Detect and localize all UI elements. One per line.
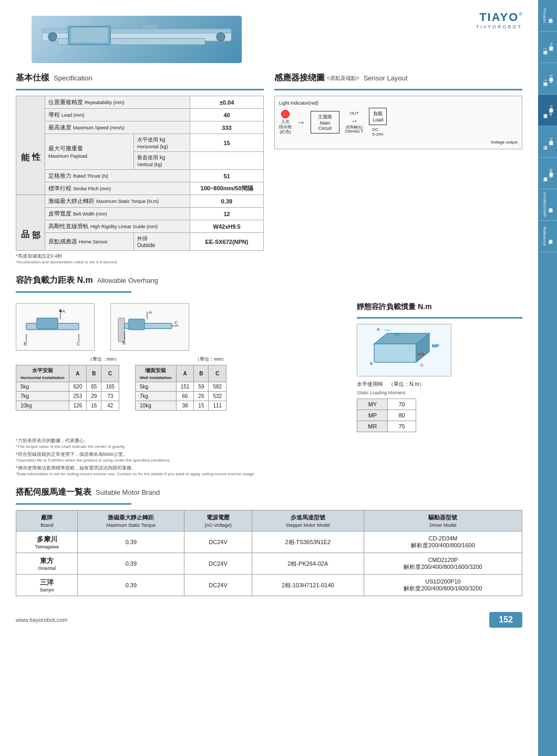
dc-label: DC5-24V <box>373 127 384 137</box>
input-label: 入光指示燈(紅色) <box>279 119 292 135</box>
overhang-tables-row: （單位：mm） 水平安裝Horizontal Installation A B … <box>16 356 346 411</box>
7kg-A-h: 253 <box>69 392 87 401</box>
sensor-diagram: Light indicator(red) 入光指示燈(紅色) → 主迴路Main… <box>274 96 522 149</box>
5kg-C-w: 582 <box>209 382 226 392</box>
load-10kg-w: 10kg <box>136 401 177 411</box>
sidebar-item-tmnp[interactable]: 滾珠螺桿TMNe皮帶滑台 <box>538 95 557 126</box>
10kg-B-w: 15 <box>194 401 209 411</box>
torque-sanyo: 0.39 <box>78 575 184 596</box>
table-row: 皮帶寬度 Belt Width (mm) 12 <box>16 208 264 220</box>
label-linear-guide: 高剛性直線滑軌 High Rigidity Linear Guide (mm) <box>45 220 190 233</box>
th-driver-model: 驅動器型號Driver Model <box>364 510 522 532</box>
th-b: B <box>87 365 101 382</box>
moment-my-value: 70 <box>388 399 416 410</box>
motor-title-zh: 搭配伺服馬達一覧表 <box>16 487 91 498</box>
note-ceiling-en: *Data information is not for ceiling-mou… <box>16 472 522 476</box>
static-moment-header: 靜態容許負載慣量 N.m <box>357 302 522 312</box>
sublabel-vertical: 垂直使用 kgVertical (kg) <box>133 152 190 170</box>
table-row: 高剛性直線滑軌 High Rigidity Linear Guide (mm) … <box>16 220 264 233</box>
footer: www.tiayorobot.com 152 <box>16 612 522 633</box>
sidebar-item-mkr[interactable]: 高速皮帶MKR高速皮帶 <box>538 158 557 189</box>
th-c: C <box>101 365 119 382</box>
category-cell-performance: 性能 <box>16 96 45 195</box>
out-group: OUT → (控制輸出)100mA以下 <box>345 111 364 134</box>
10kg-A-w: 38 <box>176 401 194 411</box>
voltage-oriental: DC24V <box>184 553 252 575</box>
overhang-title-zh: 容許負載力距表 N.m <box>16 275 93 286</box>
logo-registered: ® <box>519 12 522 17</box>
motor-row-sanyo: 三洋Sanyo 0.39 DC24V 2相-103H7121-0140 US1D… <box>16 575 522 596</box>
load-box: 負載Load <box>369 108 387 125</box>
wall-table-group: （單位：mm） 墻面安裝Wall Installation A B C <box>135 356 226 411</box>
moment-table: MY 70 MP 80 MR 75 <box>357 399 416 432</box>
10kg-C-w: 111 <box>209 401 226 411</box>
th-c-w: C <box>209 365 226 382</box>
svg-text:C: C <box>77 341 80 346</box>
unit-label-horizontal: （單位：mm） <box>16 356 119 363</box>
th-a-w: A <box>176 365 194 382</box>
value-static-torque: 0.39 <box>190 195 264 208</box>
sensor-light-label: Light indicator(red) <box>279 100 518 106</box>
svg-text:A: A <box>377 327 380 332</box>
svg-text:MY: MY <box>394 332 401 337</box>
sidebar-item-product[interactable]: 產品簡介Product <box>538 0 557 32</box>
right-sidebar: 產品簡介Product 滾珠螺桿TGH一導螺桿 導螺桿TMH一導螺桿 滾珠螺桿T… <box>538 0 557 756</box>
table-row: 10kg 38 15 111 <box>136 401 226 411</box>
label-speed: 最高速度 Maximum Speed (mm/s) <box>45 121 190 134</box>
logo-sub: TIAYOROBOT <box>476 24 522 29</box>
sensor-diagram-inner: 入光指示燈(紅色) → 主迴路MainCircuit OUT → (控制輸出)1… <box>279 108 518 137</box>
sidebar-item-reference[interactable]: 參考資料Reference <box>538 221 557 252</box>
note-life-zh: *符合型錄規範的正常使用下，保證壽命為5000公里。 <box>16 451 522 458</box>
overhang-notes: *力矩表所表示的數據，代表重心。 *The torque value in th… <box>16 437 522 476</box>
svg-point-5 <box>48 33 57 41</box>
wall-table: 墻面安裝Wall Installation A B C 5kg 151 <box>135 365 226 411</box>
10kg-B-h: 16 <box>87 401 101 411</box>
horizontal-diagram: A B C <box>16 303 95 351</box>
overhang-section: 容許負載力距表 N.m Allowable Overhang <box>16 275 522 476</box>
svg-text:MR: MR <box>417 352 425 357</box>
value-thrust: 51 <box>190 170 264 182</box>
label-home-sensor: 原點感應器 Home Sensor <box>45 233 134 251</box>
th-stepper-model: 步進馬達型號Stepper Motor Model <box>252 510 364 532</box>
svg-text:C: C <box>174 320 178 325</box>
note-torque-zh: *力矩表所表示的數據，代表重心。 <box>16 437 522 444</box>
svg-rect-17 <box>118 318 125 342</box>
7kg-A-w: 66 <box>176 392 194 401</box>
static-moment-title: 靜態容許負載慣量 N.m <box>357 302 431 312</box>
7kg-C-h: 73 <box>101 392 119 401</box>
footer-url: www.tiayorobot.com <box>16 617 67 623</box>
footer-page: 152 <box>489 612 522 628</box>
value-home-sensor: EE-SX672(NPN) <box>190 233 264 251</box>
svg-rect-7 <box>118 25 134 29</box>
sidebar-item-tmz[interactable]: 滾珠螺桿TMZ滾珠 <box>538 126 557 158</box>
sidebar-item-xymh[interactable]: 直交機械手XYMH/XYMP <box>538 189 557 221</box>
spec-section: 基本仕樣 Specification 性能 位置重複精度 Repeatabili… <box>16 68 522 264</box>
horizontal-table: 水平安裝Horizontal Installation A B C 5kg 62… <box>16 365 119 411</box>
table-row: 性能 位置重複精度 Repeatability (mm) ±0.04 <box>16 96 264 109</box>
overhang-main: A B C <box>16 298 522 432</box>
label-stroke: 標準行程 Stroke Pitch (mm) <box>45 182 190 195</box>
overhang-diagrams: A B C <box>16 303 346 351</box>
overhang-title-en: Allowable Overhang <box>97 277 158 284</box>
sidebar-item-tgh[interactable]: 滾珠螺桿TGH一導螺桿 <box>538 32 557 63</box>
svg-text:A: A <box>149 310 152 315</box>
voltage-sanyo: DC24V <box>184 575 252 596</box>
svg-text:A: A <box>62 309 65 314</box>
sidebar-item-tmh[interactable]: 導螺桿TMH一導螺桿 <box>538 63 557 95</box>
label-belt-width: 皮帶寬度 Belt Width (mm) <box>45 208 190 220</box>
sensor-title-zh: 感應器接绕圖 <box>274 73 325 84</box>
motor-header: 搭配伺服馬達一覧表 Suitable Motor Brand <box>16 487 522 498</box>
moment-unit: （單位：N.m） <box>388 381 424 388</box>
note-acceleration-zh: *馬達加減速設定0.4秒 <box>16 253 264 260</box>
value-vertical-payload <box>190 152 264 170</box>
table-row: 部品 激磁最大靜止轉距 Maximum Static Torque (N.m) … <box>16 195 264 208</box>
static-moment-divider <box>357 317 522 319</box>
torque-tamagawa: 0.39 <box>78 532 184 553</box>
note-life-en: *Operation life is 5,000km when the prod… <box>16 458 522 463</box>
driver-tamagawa: CD-2D34M解析度200/400/800/1600 <box>364 532 522 553</box>
moment-mr-label: MR <box>357 421 388 432</box>
7kg-B-h: 29 <box>87 392 101 401</box>
spec-left: 基本仕樣 Specification 性能 位置重複精度 Repeatabili… <box>16 68 264 264</box>
note-acceleration-en: *Acceleration and deceleration value is … <box>16 260 264 264</box>
motor-table: 廠牌Brand 激磁最大靜止轉距Maximum Static Torque 電源… <box>16 510 522 596</box>
